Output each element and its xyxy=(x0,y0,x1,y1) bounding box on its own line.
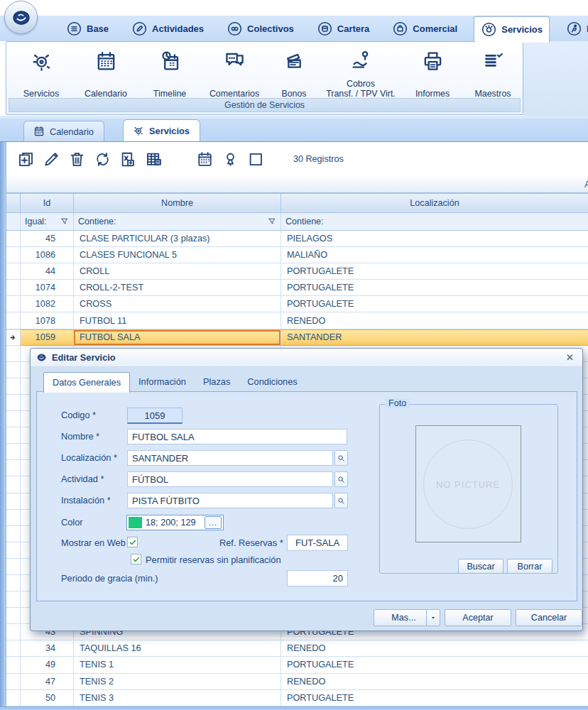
cell-id[interactable]: 34 xyxy=(21,640,74,657)
ribbon-item-informes[interactable]: Informes xyxy=(403,45,462,99)
column-chooser-button[interactable] xyxy=(144,150,163,169)
app-menu-button[interactable] xyxy=(4,1,38,34)
cell-id[interactable]: 1082 xyxy=(21,296,74,312)
actividad-field[interactable]: FÚTBOL xyxy=(127,471,333,487)
dialog-tab-plazas[interactable]: Plazas xyxy=(195,372,239,392)
filter-funnel-icon[interactable] xyxy=(60,217,70,226)
borrar-button[interactable]: Borrar xyxy=(507,559,552,574)
ribbon-tab-actividades[interactable]: Actividades xyxy=(125,17,210,40)
ribbon-item-calendario[interactable]: Calendario xyxy=(72,45,140,99)
cell-localizacion[interactable]: SANTANDER xyxy=(281,329,588,346)
buscar-button[interactable]: Buscar xyxy=(458,559,503,574)
cell-id[interactable]: 47 xyxy=(21,674,74,690)
dialog-titlebar[interactable]: Editar Servicio ✕ xyxy=(31,349,582,367)
cell-id[interactable]: 49 xyxy=(21,657,74,673)
ribbon-item-comentarios[interactable]: Comentarios xyxy=(200,45,269,99)
ref-reservas-field[interactable]: FUT-SALA xyxy=(287,535,348,551)
cell-nombre[interactable]: TENIS 3 xyxy=(74,690,281,706)
color-picker-button[interactable]: ... xyxy=(205,516,222,529)
cell-id[interactable]: 1078 xyxy=(21,312,74,329)
table-row[interactable]: 1059FUTBOL SALASANTANDER xyxy=(6,329,588,346)
table-row[interactable]: 34TAQUILLAS 16RENEDO xyxy=(6,640,588,657)
table-row[interactable]: 1074CROLL-2-TESTPORTUGALETE xyxy=(6,280,588,296)
cell-localizacion[interactable]: RENEDO xyxy=(281,312,588,329)
ribbon-item-servicios[interactable]: Servicios xyxy=(11,45,72,99)
mas-button[interactable]: Mas... xyxy=(374,609,440,626)
ribbon-tab-cartera[interactable]: Cartera xyxy=(310,17,376,40)
actividad-search-button[interactable] xyxy=(334,471,348,487)
localizacion-field[interactable]: SANTANDER xyxy=(127,450,333,466)
color-field[interactable]: 18; 200; 129 ... xyxy=(126,515,224,530)
delete-record-button[interactable] xyxy=(67,150,87,169)
instalacion-field[interactable]: PISTA FÚTBITO xyxy=(127,493,333,508)
chevron-down-icon[interactable] xyxy=(426,610,440,626)
instalacion-search-button[interactable] xyxy=(334,493,348,508)
cell-nombre[interactable]: CROSS xyxy=(74,296,281,312)
cell-nombre[interactable]: CLASE PARTICULAR (3 plazas) xyxy=(74,231,281,247)
cell-id[interactable]: 1086 xyxy=(21,247,74,263)
ribbon-tab-rutinas[interactable]: Rutinas xyxy=(560,17,588,40)
service-pin-button[interactable] xyxy=(221,150,240,169)
localizacion-search-button[interactable] xyxy=(334,450,348,466)
document-tab-calendario[interactable]: Calendario xyxy=(23,121,104,141)
cell-nombre[interactable]: TENIS 2 xyxy=(74,674,281,690)
table-row[interactable]: 1082CROSSPORTUGALETE xyxy=(6,296,588,312)
cell-localizacion[interactable]: RENEDO xyxy=(281,640,588,657)
cell-localizacion[interactable]: PORTUGALETE xyxy=(281,280,588,296)
ribbon-item-timeline[interactable]: Timeline xyxy=(140,45,200,99)
cell-nombre[interactable]: FUTBOL SALA xyxy=(74,329,281,346)
cell-localizacion[interactable]: MALIAÑO xyxy=(281,247,588,263)
column-header-localizaci-n[interactable]: Localización xyxy=(281,193,588,213)
table-row[interactable]: 47TENIS 2RENEDO xyxy=(6,674,588,690)
cell-localizacion[interactable]: PIELAGOS xyxy=(281,231,588,247)
export-excel-button[interactable] xyxy=(119,150,138,169)
group-by-panel[interactable]: A xyxy=(6,176,588,193)
close-icon[interactable]: ✕ xyxy=(563,352,577,363)
cell-id[interactable]: 45 xyxy=(21,231,74,247)
ribbon-tab-base[interactable]: Base xyxy=(60,17,115,40)
filter-funnel-icon[interactable] xyxy=(267,217,277,226)
table-row[interactable]: 50TENIS 3PORTUGALETE xyxy=(6,690,588,706)
selection-square-button[interactable] xyxy=(246,150,266,169)
ribbon-item-cobros[interactable]: Cobros Transf. / TPV Virt. xyxy=(319,45,403,99)
dialog-tab-condiciones[interactable]: Condiciones xyxy=(239,372,305,392)
calendar-view-button[interactable] xyxy=(195,150,214,169)
table-row[interactable]: 1078FUTBOL 11RENEDO xyxy=(6,312,588,329)
cell-localizacion[interactable]: PORTUGALETE xyxy=(281,657,588,673)
ribbon-item-maestros[interactable]: Maestros xyxy=(462,45,523,99)
cell-nombre[interactable]: FUTBOL 11 xyxy=(74,312,281,329)
cell-id[interactable]: 1059 xyxy=(21,329,74,346)
cell-localizacion[interactable]: PORTUGALETE xyxy=(281,296,588,312)
aceptar-button[interactable]: Aceptar xyxy=(445,609,511,626)
dialog-tab-informaci-n[interactable]: Información xyxy=(130,372,195,392)
edit-record-button[interactable] xyxy=(42,150,61,169)
column-header-id[interactable]: Id xyxy=(21,193,74,213)
nombre-field[interactable]: FUTBOL SALA xyxy=(127,429,347,444)
cell-nombre[interactable]: CROLL-2-TEST xyxy=(74,280,281,296)
ribbon-tab-servicios[interactable]: Servicios xyxy=(474,16,550,43)
filter-cell-nombre[interactable]: Contiene: xyxy=(74,213,281,231)
permitir-reservas-checkbox[interactable] xyxy=(131,554,141,564)
cell-nombre[interactable]: CLASES FUNCIONAL 5 xyxy=(74,247,281,263)
table-row[interactable]: 45CLASE PARTICULAR (3 plazas)PIELAGOS xyxy=(6,231,588,247)
cell-nombre[interactable]: CROLL xyxy=(74,263,281,280)
table-row[interactable]: 1086CLASES FUNCIONAL 5MALIAÑO xyxy=(6,247,588,263)
table-row[interactable]: 49TENIS 1PORTUGALETE xyxy=(6,657,588,673)
filter-cell-localizaci-n[interactable]: Contiene: xyxy=(281,213,588,231)
dialog-tab-datos-generales[interactable]: Datos Generales xyxy=(43,372,130,393)
ribbon-tab-comercial[interactable]: Comercial xyxy=(386,17,464,40)
cell-id[interactable]: 50 xyxy=(21,690,74,706)
filter-cell-id[interactable]: Igual: xyxy=(21,213,74,231)
cell-id[interactable]: 44 xyxy=(21,263,74,280)
column-header-nombre[interactable]: Nombre xyxy=(74,193,281,213)
cell-localizacion[interactable]: RENEDO xyxy=(281,674,588,690)
cell-localizacion[interactable]: PORTUGALETE xyxy=(281,690,588,706)
cell-nombre[interactable]: TENIS 1 xyxy=(74,657,281,673)
ribbon-tab-colectivos[interactable]: Colectivos xyxy=(220,17,300,40)
document-tab-servicios[interactable]: Servicios xyxy=(123,119,200,141)
table-row[interactable]: 44CROLLPORTUGALETE xyxy=(6,263,588,280)
mostrar-web-checkbox[interactable] xyxy=(127,537,138,547)
periodo-gracia-field[interactable]: 20 xyxy=(287,570,348,586)
cancelar-button[interactable]: Cancelar xyxy=(516,609,582,626)
cell-id[interactable]: 1074 xyxy=(21,280,74,296)
